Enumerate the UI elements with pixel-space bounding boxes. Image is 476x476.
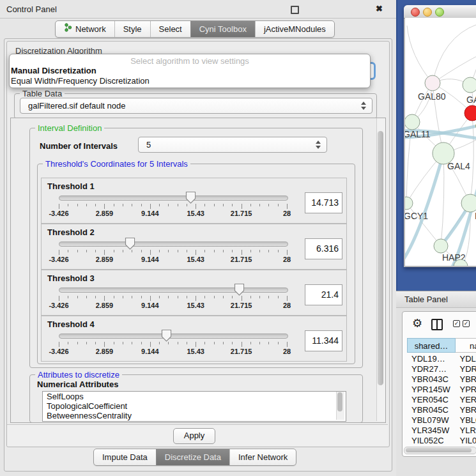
column-layout-icon[interactable] <box>431 319 443 330</box>
close-traffic-light[interactable] <box>411 8 420 17</box>
tick-mark <box>104 250 105 255</box>
numerical-attributes-list[interactable]: SelfLoopsTopologicalCoefficientBetweenne… <box>42 391 346 422</box>
attribute-item-topologicalcoefficient[interactable]: TopologicalCoefficient <box>43 401 346 411</box>
table-row[interactable]: YPR145WYPR1 <box>407 385 476 395</box>
column-header-name[interactable]: na <box>456 338 476 353</box>
slider-thumb[interactable] <box>125 237 135 252</box>
column-header-shared-name[interactable]: shared… <box>407 338 456 353</box>
tick-mark <box>114 204 114 206</box>
cell-name: YLR3 <box>454 426 476 436</box>
tick-mark <box>123 250 123 252</box>
tab-jactivemnodules[interactable]: jActiveMNodules <box>255 21 334 37</box>
apply-button[interactable]: Apply <box>173 428 215 444</box>
threshold-value-field[interactable]: 21.4 <box>305 284 342 305</box>
network-edge <box>406 203 441 246</box>
cell-name: YBR0 <box>454 374 476 385</box>
tick-mark <box>250 296 251 298</box>
checkbox-icon[interactable]: ✓ <box>463 320 470 327</box>
attribute-item-betweennesscentrality[interactable]: BetweennessCentrality <box>43 411 346 420</box>
table-row[interactable]: YBR043CYBR0 <box>407 374 476 385</box>
tick-mark <box>232 250 233 252</box>
popup-option-manual-discretization[interactable]: Manual Discretization <box>10 66 370 76</box>
slider-track[interactable] <box>59 242 288 247</box>
slider-track[interactable] <box>59 334 288 339</box>
tick-mark <box>268 204 269 206</box>
slider-thumb[interactable] <box>161 329 172 344</box>
slider-track[interactable] <box>59 196 288 201</box>
table-row[interactable]: YER054CYER0 <box>407 395 476 405</box>
network-node-gal80[interactable] <box>425 75 440 91</box>
number-of-intervals-combobox[interactable]: 5 <box>138 137 327 153</box>
table-row[interactable]: YLR345WYLR3 <box>407 426 476 436</box>
attributes-group-title: Attributes to discretize <box>35 370 122 380</box>
minimize-traffic-light[interactable] <box>423 8 432 17</box>
close-icon[interactable]: ✖ <box>376 4 383 13</box>
attribute-item-selfloops[interactable]: SelfLoops <box>43 392 346 401</box>
threshold-value-field[interactable]: 6.316 <box>305 238 342 259</box>
network-node-ga[interactable] <box>463 77 476 93</box>
tick-mark <box>287 204 288 209</box>
tick-label: -3.426 <box>45 210 73 217</box>
tick-mark <box>259 250 260 252</box>
popup-placeholder-option[interactable]: Select algorithm to view settings <box>10 56 370 66</box>
tab-discretize-data[interactable]: Discretize Data <box>156 449 229 465</box>
float-window-icon[interactable] <box>291 6 299 14</box>
checkbox-icon[interactable]: ✓ <box>453 320 460 327</box>
tick-mark <box>223 204 224 206</box>
tick-label: 15.43 <box>181 256 210 263</box>
network-view-window: GAL80GACGAL11GAL4GCY1HHAP2 <box>404 5 476 267</box>
tick-mark <box>287 250 288 255</box>
threshold-value-field[interactable]: 11.344 <box>305 330 342 351</box>
tab-style[interactable]: Style <box>114 21 150 37</box>
zoom-traffic-light[interactable] <box>435 8 444 17</box>
tick-mark <box>150 204 151 209</box>
tab-label: Select <box>159 21 182 37</box>
horizontal-scrollbar-thumb[interactable] <box>406 448 472 452</box>
table-row[interactable]: YBL079WYBL0 <box>407 415 476 426</box>
cell-name: YPR1 <box>454 385 476 395</box>
tab-infer-network[interactable]: Infer Network <box>229 449 296 465</box>
node-label: GCY1 <box>405 211 428 221</box>
popup-option-equal-width-frequency-discretization[interactable]: Equal Width/Frequency Discretization <box>10 76 370 86</box>
desktop-background: GAL80GACGAL11GAL4GCY1HHAP2 <box>396 0 476 291</box>
tab-impute-data[interactable]: Impute Data <box>94 449 156 465</box>
threshold-value-field[interactable]: 14.713 <box>305 192 342 213</box>
network-node-gcy1[interactable] <box>405 197 413 210</box>
tab-network[interactable]: Network <box>56 21 114 37</box>
horizontal-scrollbar[interactable] <box>404 447 476 454</box>
tick-mark <box>141 250 142 252</box>
tick-label: 21.715 <box>227 348 256 355</box>
threshold-label: Threshold 1 <box>47 181 95 191</box>
tick-mark <box>250 250 251 252</box>
tick-label: 15.43 <box>181 302 210 309</box>
table-row[interactable]: YDL19…YDL1 <box>407 354 476 364</box>
tab-cyni-toolbox[interactable]: Cyni Toolbox <box>190 21 255 37</box>
network-canvas[interactable]: GAL80GACGAL11GAL4GCY1HHAP2 <box>405 18 476 266</box>
table-row[interactable]: YIL052CYIL0 <box>407 436 476 446</box>
tick-label: 28 <box>273 210 301 217</box>
table-row[interactable]: YBR045CYBR0 <box>407 405 476 415</box>
cell-shared-name: YBL079W <box>407 415 454 426</box>
tick-mark <box>141 204 142 206</box>
gear-icon[interactable]: ⚙ <box>412 316 422 330</box>
tick-mark <box>159 342 160 344</box>
network-node-hap2[interactable] <box>434 239 448 253</box>
number-of-intervals-value: 5 <box>139 140 314 150</box>
slider-track[interactable] <box>59 288 288 293</box>
vertical-scrollbar-thumb[interactable] <box>378 131 383 385</box>
slider-thumb[interactable] <box>185 191 196 206</box>
network-icon <box>64 21 72 37</box>
tick-mark <box>232 342 233 344</box>
table-row[interactable]: YDR27…YDR2 <box>407 364 476 374</box>
panel-title: Control Panel <box>6 4 57 14</box>
tick-mark <box>150 342 151 347</box>
table-data-combobox[interactable]: galFiltered.sif default node <box>20 98 372 114</box>
tick-mark <box>168 296 169 298</box>
tick-mark <box>114 342 114 344</box>
tick-mark <box>204 296 205 298</box>
network-node-h[interactable] <box>461 194 476 212</box>
tab-select[interactable]: Select <box>150 21 190 37</box>
network-node-gal11[interactable] <box>405 114 420 130</box>
attributes-list-scrollbar-thumb[interactable] <box>337 392 342 411</box>
slider-thumb[interactable] <box>234 283 245 298</box>
